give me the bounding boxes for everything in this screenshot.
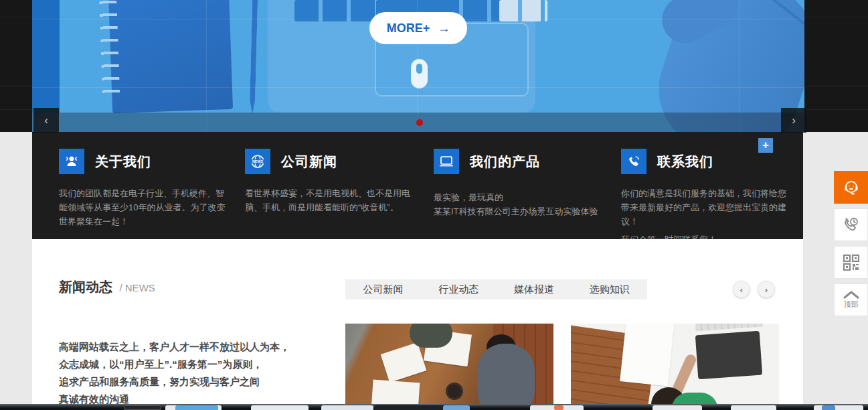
people-icon <box>59 149 84 174</box>
plus-button[interactable]: + <box>758 138 773 153</box>
qr-code-button[interactable] <box>834 246 868 279</box>
os-taskbar[interactable] <box>0 404 868 410</box>
news-title: 新闻动态 <box>59 279 112 294</box>
news-subtitle: / NEWS <box>119 282 155 293</box>
news-next-button[interactable]: › <box>758 281 775 298</box>
feature-contact[interactable]: 联系我们 你们的满意是我们服务的基础，我们将给您带来最新最好的产品，欢迎您提出宝… <box>621 149 788 247</box>
phone-hours-button[interactable] <box>834 208 868 241</box>
carousel-next-button[interactable]: › <box>781 108 806 133</box>
feature-text: 我们的团队都是在电子行业、手机硬件、智能领域等从事至少10年的从业者。为了改变世… <box>59 186 228 228</box>
feature-about[interactable]: 关于我们 我们的团队都是在电子行业、手机硬件、智能领域等从事至少10年的从业者。… <box>59 149 228 228</box>
phone-icon <box>621 149 646 174</box>
feature-text-line1: 最实验，最玩真的 <box>434 190 601 204</box>
hero-banner: MORE+ → <box>32 0 804 132</box>
qr-code-icon <box>842 253 861 272</box>
feature-text-line1: 你们的满意是我们服务的基础，我们将给您带来最新最好的产品，欢迎您提出宝贵的建议！ <box>621 186 788 228</box>
feature-products[interactable]: 我们的产品 最实验，最玩真的 某某IT科技有限公司主办场景互动实验体验 <box>434 149 601 218</box>
arrow-right-icon: → <box>438 21 450 36</box>
chevron-right-icon: › <box>765 285 768 295</box>
carousel-prev-button[interactable]: ‹ <box>33 108 59 133</box>
tab-buying-guide[interactable]: 选购知识 <box>572 279 647 299</box>
feature-title: 公司新闻 <box>281 153 337 171</box>
tab-media-reports[interactable]: 媒体报道 <box>497 279 572 299</box>
chevron-up-icon <box>843 291 860 299</box>
feature-text: 看世界杯盛宴，不是用电视机、也不是用电脑、手机，而是用能看能听的“收音机”。 <box>245 186 414 214</box>
news-section: 新闻动态 / NEWS 公司新闻 行业动态 媒体报道 选购知识 ‹ › 高端网站… <box>32 239 803 410</box>
news-photo-team-table[interactable] <box>345 324 553 410</box>
pen-photo-shape <box>250 0 258 114</box>
feature-text-line2: 某某IT科技有限公司主办场景互动实验体验 <box>434 204 601 218</box>
customer-service-icon <box>841 178 861 198</box>
svg-text:NEWS: NEWS <box>252 159 264 163</box>
feature-title: 关于我们 <box>95 153 151 171</box>
page: MORE+ → ‹ › 关于我们 我们的团队都是在电子行业 <box>0 0 868 410</box>
chevron-left-icon: ‹ <box>44 114 48 127</box>
feature-news[interactable]: NEWS 公司新闻 看世界杯盛宴，不是用电视机、也不是用电脑、手机，而是用能看能… <box>245 149 414 214</box>
news-tabbar: 公司新闻 行业动态 媒体报道 选购知识 <box>345 279 647 299</box>
chevron-right-icon: › <box>792 114 796 127</box>
notebook-photo-shape <box>108 0 233 113</box>
more-button-label: MORE+ <box>387 21 430 36</box>
floating-sidebar: 顶部 <box>834 171 868 321</box>
chevron-left-icon: ‹ <box>740 285 743 295</box>
feature-title: 我们的产品 <box>470 153 540 171</box>
feature-title: 联系我们 <box>657 153 713 171</box>
news-globe-icon: NEWS <box>245 149 270 174</box>
phone-hours-icon <box>841 215 861 235</box>
laptop-icon <box>434 149 459 174</box>
feature-band: 关于我们 我们的团队都是在电子行业、手机硬件、智能领域等从事至少10年的从业者。… <box>32 132 803 239</box>
more-button[interactable]: MORE+ → <box>369 12 467 44</box>
hero-decor <box>32 0 60 113</box>
back-to-top-button[interactable]: 顶部 <box>834 283 868 316</box>
news-photo-designer-desk[interactable] <box>571 324 779 410</box>
tab-company-news[interactable]: 公司新闻 <box>345 279 421 299</box>
tab-industry-news[interactable]: 行业动态 <box>421 279 497 299</box>
news-prev-button[interactable]: ‹ <box>733 281 750 298</box>
news-heading: 新闻动态 / NEWS <box>59 278 155 296</box>
scroll-mouse-icon <box>411 59 428 88</box>
carousel-dot-active[interactable] <box>416 119 423 126</box>
news-intro-paragraph: 高端网站载云之上，客户人才一样不放过以人为本， 众志成城，以“用户至上”.“服务… <box>59 338 290 408</box>
back-to-top-label: 顶部 <box>844 299 859 310</box>
customer-service-button[interactable] <box>834 171 868 204</box>
